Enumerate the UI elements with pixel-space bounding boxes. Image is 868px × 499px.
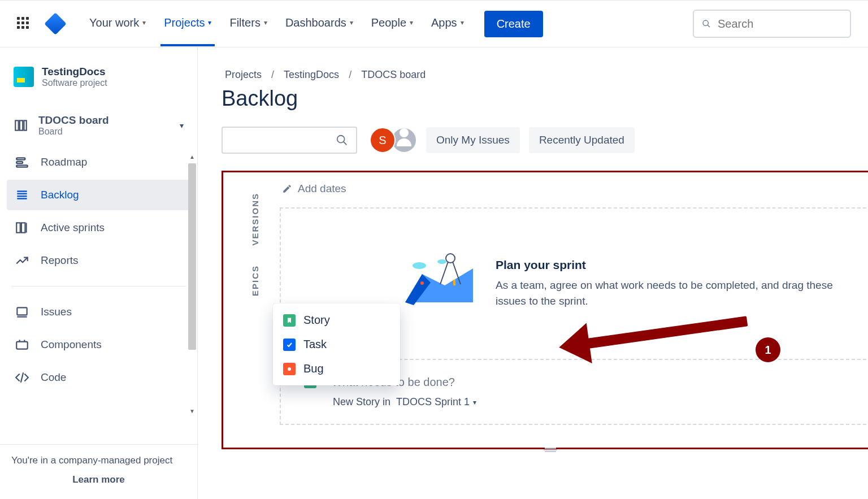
plan-sprint-illustration-icon [400,251,479,314]
svg-rect-4 [24,120,26,130]
svg-line-22 [344,142,347,145]
assignee-filter: S [370,127,417,153]
sidebar-item-code[interactable]: Code [7,362,190,393]
task-type-icon [283,339,296,351]
board-selector[interactable]: TDOCS board Board ▾ [7,106,190,145]
svg-rect-2 [15,120,18,130]
chevron-down-icon: ▾ [180,121,184,130]
add-dates-button[interactable]: Add dates [282,183,868,195]
menu-item-label: Task [303,338,327,351]
crumb-projects[interactable]: Projects [225,69,262,80]
chevron-down-icon: ▾ [410,19,413,27]
sidebar-item-label: Code [41,371,66,384]
menu-item-label: Bug [303,362,324,375]
svg-rect-12 [16,223,20,232]
sidebar-item-components[interactable]: Components [7,329,190,360]
pencil-icon [282,184,292,194]
backlog-search[interactable] [222,127,357,154]
chevron-down-icon: ▾ [208,19,211,27]
sidebar-item-reports[interactable]: Reports [7,245,190,276]
sidebar: ▲ ▼ TestingDocs Software project TDOCS b… [0,47,198,499]
nav-projects[interactable]: Projects▾ [160,2,215,46]
chevron-down-icon: ▾ [350,19,353,27]
svg-line-1 [708,25,710,27]
issue-type-menu: Story Task Bug [273,303,400,385]
create-button[interactable]: Create [484,11,543,37]
search-icon [336,134,348,146]
main-content: Projects / TestingDocs / TDOCS board Bac… [198,47,868,499]
footer-text: You're in a company-managed project [11,455,186,466]
svg-line-28 [440,262,448,284]
sidebar-item-label: Issues [41,306,72,318]
nav-people[interactable]: People▾ [368,2,416,46]
empty-state-description: As a team, agree on what work needs to b… [496,277,855,310]
svg-line-20 [21,372,23,382]
nav-apps[interactable]: Apps▾ [428,2,467,46]
resize-handle-icon[interactable] [542,445,558,455]
crumb-project-name[interactable]: TestingDocs [284,69,339,80]
empty-state-title: Plan your sprint [496,258,855,272]
sidebar-footer: You're in a company-managed project Lear… [0,444,197,499]
target-sprint-selector[interactable]: TDOCS Sprint 1 ▾ [396,396,476,408]
project-name: TestingDocs [42,66,107,78]
new-story-label: New Story in [333,396,390,408]
svg-point-32 [288,367,291,371]
backlog-toolbar: S Only My Issues Recently Updated [222,127,845,154]
bug-type-icon [283,363,296,375]
scrollbar-thumb[interactable] [188,163,196,350]
sidebar-item-label: Components [41,339,102,351]
sidebar-item-issues[interactable]: Issues [7,297,190,327]
sidebar-item-label: Active sprints [41,222,105,234]
learn-more-link[interactable]: Learn more [11,474,186,485]
svg-rect-31 [453,280,455,285]
chevron-down-icon: ▾ [473,398,476,406]
filter-recently-updated[interactable]: Recently Updated [529,127,635,153]
svg-rect-3 [20,120,23,130]
sidebar-item-active-sprints[interactable]: Active sprints [7,212,190,243]
scrollbar-up-icon[interactable]: ▲ [189,154,195,160]
sprints-icon [15,220,29,235]
sidebar-item-roadmap[interactable]: Roadmap [7,147,190,177]
components-icon [15,337,29,352]
nav-dashboards[interactable]: Dashboards▾ [282,2,357,46]
svg-point-21 [337,136,345,143]
top-nav: Your work▾ Projects▾ Filters▾ Dashboards… [0,0,868,47]
svg-point-0 [703,20,708,25]
svg-rect-17 [16,342,28,349]
scrollbar-down-icon[interactable]: ▼ [189,408,195,414]
crumb-board[interactable]: TDOCS board [361,69,426,80]
sprint-name: TDOCS Sprint 1 [396,396,470,408]
jira-logo-icon[interactable] [44,12,67,35]
sidebar-item-backlog[interactable]: Backlog [7,180,190,210]
svg-rect-7 [16,165,28,167]
story-type-icon [283,314,296,327]
issue-type-bug[interactable]: Bug [273,357,400,381]
sidebar-item-label: Roadmap [41,156,87,168]
board-sub: Board [38,127,109,137]
chevron-down-icon: ▾ [264,19,267,27]
add-dates-label: Add dates [298,183,346,195]
annotation-number-badge: 1 [756,337,780,362]
app-switcher-icon[interactable] [17,17,31,31]
board-icon [14,118,28,133]
filter-only-my-issues[interactable]: Only My Issues [426,127,520,153]
nav-filters[interactable]: Filters▾ [226,2,270,46]
epics-panel-toggle[interactable]: EPICS [250,265,260,296]
issue-type-story[interactable]: Story [273,308,400,332]
global-search[interactable] [693,10,851,38]
nav-your-work[interactable]: Your work▾ [86,2,149,46]
global-search-input[interactable] [718,18,842,31]
svg-point-26 [437,259,446,264]
backlog-icon [15,188,29,202]
chevron-down-icon: ▾ [142,19,146,27]
versions-panel-toggle[interactable]: VERSIONS [250,193,260,246]
chevron-down-icon: ▾ [461,19,464,27]
search-icon [702,19,711,29]
project-header[interactable]: TestingDocs Software project [0,61,197,93]
sidebar-item-label: Backlog [41,189,79,201]
avatar-user-s[interactable]: S [370,127,396,153]
code-icon [15,370,29,385]
issue-type-task[interactable]: Task [273,332,400,357]
svg-rect-6 [16,162,23,163]
breadcrumb: Projects / TestingDocs / TDOCS board [222,69,845,81]
